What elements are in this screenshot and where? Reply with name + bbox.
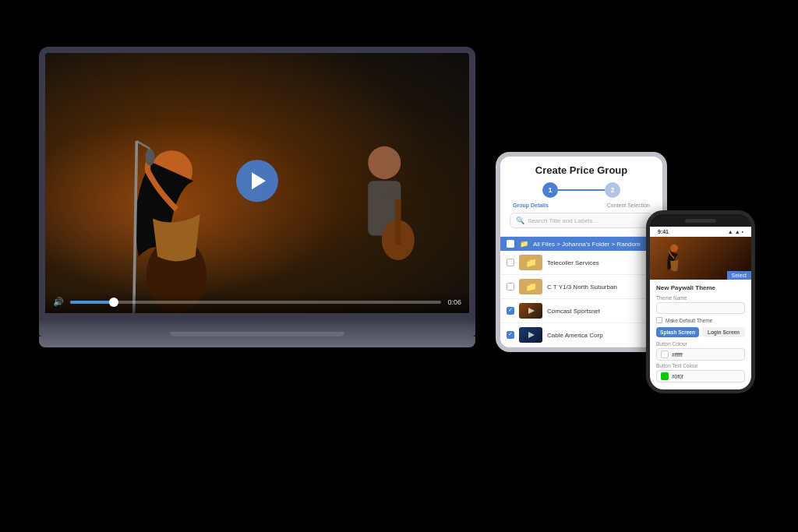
file-row-3[interactable]: Cable America Corp: [500, 323, 662, 347]
phone-default-checkbox[interactable]: [656, 317, 662, 323]
phone-button-color-input[interactable]: #ffffff: [656, 348, 745, 361]
phone-splash-button[interactable]: Splash Screen: [656, 327, 699, 337]
svg-point-5: [368, 146, 401, 179]
phone-default-theme-row: Make Default Theme: [656, 317, 745, 323]
laptop-screen: 🔊 0:06: [39, 47, 475, 319]
button-color-swatch: [661, 351, 669, 358]
file-thumb-2: [519, 303, 542, 319]
phone-time: 9:41: [658, 229, 669, 234]
search-icon: 🔍: [516, 217, 524, 224]
play-button[interactable]: [236, 160, 278, 202]
phone-form: New Paywall Theme Theme Name Make Defaul…: [650, 280, 751, 389]
scene: 🔊 0:06 Create Price Group: [0, 0, 798, 532]
breadcrumb-folder-icon: 📁: [520, 240, 528, 248]
step-connector: [558, 189, 605, 191]
laptop-base: [39, 319, 475, 336]
progress-bar[interactable]: [70, 301, 441, 304]
phone-button-text-color-input[interactable]: #0f0f: [656, 370, 745, 382]
phone-theme-name-label: Theme Name: [656, 295, 745, 301]
phone-button-text-color-label: Button Text Colour: [656, 363, 745, 368]
phone-video-thumbnail: Select: [650, 237, 751, 280]
phone-notch: [650, 214, 751, 227]
phone-form-title: New Paywall Theme: [656, 284, 745, 291]
step-2-circle: 2: [605, 182, 620, 198]
svg-line-3: [137, 141, 150, 149]
laptop-stand: [39, 336, 475, 347]
progress-fill: [70, 301, 115, 304]
video-time: 0:06: [447, 298, 461, 306]
breadcrumb-checkbox[interactable]: [507, 240, 514, 248]
laptop: 🔊 0:06: [39, 47, 475, 347]
tablet-screen: Create Price Group 1 2 Group Details Con…: [500, 157, 662, 347]
volume-icon[interactable]: 🔊: [53, 297, 64, 307]
file-name-0: Telecoller Services: [547, 259, 656, 266]
phone-default-label: Make Default Theme: [666, 318, 712, 323]
svg-point-2: [146, 149, 155, 166]
file-checkbox-1[interactable]: [507, 283, 514, 291]
tablet: Create Price Group 1 2 Group Details Con…: [496, 152, 667, 352]
file-checkbox-3[interactable]: [507, 331, 514, 339]
phone: 9:41 ▲ ▲ ▪ Select New Paywall Theme Them…: [646, 210, 755, 393]
file-name-1: C T Y1/3 North Suburban: [547, 284, 656, 291]
phone-login-button[interactable]: Login Screen: [702, 327, 745, 337]
svg-marker-11: [528, 308, 535, 314]
breadcrumb-row: 📁 All Files > Johanna's Folder > Random: [500, 237, 662, 251]
svg-marker-12: [528, 332, 535, 338]
guitarist-figure: [334, 131, 436, 313]
phone-screen-buttons: Splash Screen Login Screen: [656, 327, 745, 337]
step-labels: Group Details Content Selection: [510, 203, 653, 208]
phone-status-icons: ▲ ▲ ▪: [728, 229, 743, 234]
video-player: 🔊 0:06: [45, 53, 469, 313]
phone-singer-silhouette: [655, 241, 694, 280]
button-text-color-value: #0f0f: [672, 374, 683, 379]
step-1-label: Group Details: [513, 203, 549, 208]
button-color-value: #ffffff: [672, 352, 683, 358]
phone-status-bar: 9:41 ▲ ▲ ▪: [650, 227, 751, 237]
svg-line-4: [134, 141, 137, 313]
button-text-color-swatch: [661, 372, 669, 380]
phone-button-color-label: Button Colour: [656, 341, 745, 347]
file-row-0[interactable]: 📁 Telecoller Services: [500, 251, 662, 275]
svg-point-14: [667, 248, 669, 252]
phone-theme-name-input[interactable]: [656, 302, 745, 314]
phone-screen: 9:41 ▲ ▲ ▪ Select New Paywall Theme Them…: [650, 227, 751, 389]
file-checkbox-0[interactable]: [507, 259, 514, 266]
search-placeholder: Search Title and Labels...: [528, 217, 598, 224]
file-row-1[interactable]: 📁 C T Y1/3 North Suburban: [500, 275, 662, 299]
svg-point-13: [670, 244, 678, 252]
file-checkbox-2[interactable]: [507, 307, 514, 315]
svg-rect-8: [395, 199, 401, 245]
step-1-circle: 1: [542, 182, 558, 198]
file-row-2[interactable]: Comcast Sportsnet: [500, 299, 662, 323]
file-thumb-1: 📁: [519, 279, 542, 294]
progress-thumb: [109, 298, 118, 307]
file-thumb-3: [519, 327, 542, 343]
file-name-3: Cable America Corp: [547, 332, 656, 339]
tablet-title: Create Price Group: [510, 164, 653, 176]
phone-notch-bar: [685, 219, 716, 223]
singer-figure: [96, 105, 257, 313]
video-controls: 🔊 0:06: [45, 292, 469, 313]
play-icon: [252, 172, 266, 189]
file-name-2: Comcast Sportsnet: [547, 308, 656, 315]
file-thumb-0: 📁: [519, 255, 542, 270]
step-2-label: Content Selection: [607, 203, 650, 208]
tablet-search-bar[interactable]: 🔍 Search Title and Labels...: [510, 213, 653, 228]
stepper: 1 2: [510, 182, 653, 198]
breadcrumb-text: All Files > Johanna's Folder > Random: [533, 241, 641, 248]
phone-select-button[interactable]: Select: [727, 271, 751, 280]
tablet-header: Create Price Group 1 2 Group Details Con…: [500, 157, 662, 237]
